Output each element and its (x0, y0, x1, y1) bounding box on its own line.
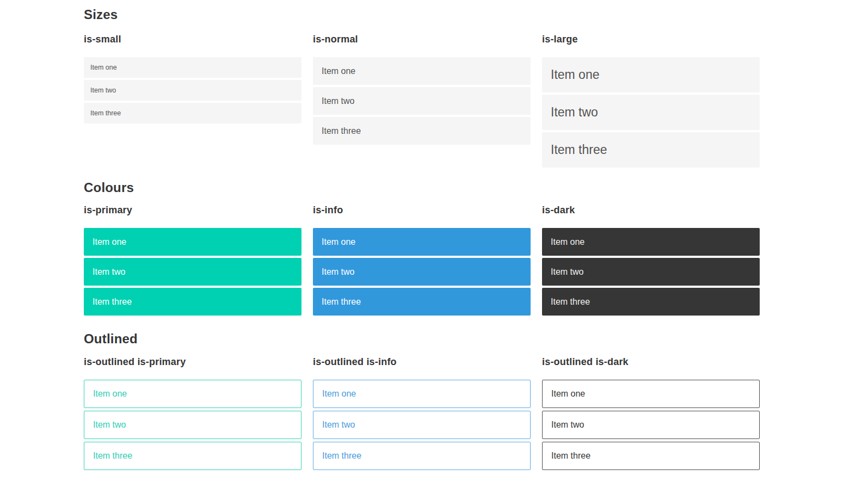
list-item[interactable]: Item three (542, 132, 760, 168)
list-item[interactable]: Item three (542, 442, 760, 470)
list-item[interactable]: Item two (542, 95, 760, 130)
list-item[interactable]: Item two (313, 258, 531, 286)
list-item[interactable]: Item three (313, 442, 531, 470)
list-item[interactable]: Item three (84, 288, 301, 316)
group-label: is-info (313, 204, 531, 216)
section-colours: Colours is-primary Item one Item two Ite… (84, 180, 868, 318)
section-title: Sizes (84, 7, 868, 22)
list-item[interactable]: Item two (84, 80, 301, 101)
list-item[interactable]: Item two (84, 258, 301, 286)
group-label: is-large (542, 33, 760, 45)
list-item[interactable]: Item three (84, 442, 301, 470)
group-is-large: is-large Item one Item two Item three (542, 33, 760, 170)
group-label: is-normal (313, 33, 531, 45)
group-label: is-dark (542, 204, 760, 216)
list-item[interactable]: Item one (542, 57, 760, 92)
group-is-outlined-is-primary: is-outlined is-primary Item one Item two… (84, 356, 301, 473)
list-item[interactable]: Item two (542, 258, 760, 286)
group-label: is-outlined is-info (313, 356, 531, 368)
page-content: Sizes is-small Item one Item two Item th… (0, 0, 868, 473)
section-title: Outlined (84, 331, 868, 347)
group-is-outlined-is-info: is-outlined is-info Item one Item two It… (313, 356, 531, 473)
list-item[interactable]: Item three (84, 103, 301, 123)
list-item[interactable]: Item three (313, 288, 531, 316)
group-is-small: is-small Item one Item two Item three (84, 33, 301, 170)
list-item[interactable]: Item one (313, 380, 531, 408)
group-label: is-outlined is-primary (84, 356, 301, 368)
group-label: is-primary (84, 204, 301, 216)
list-item[interactable]: Item three (313, 117, 531, 145)
list-item[interactable]: Item one (84, 380, 301, 408)
group-label: is-small (84, 33, 301, 45)
outlined-row: is-outlined is-primary Item one Item two… (84, 356, 868, 473)
list-item[interactable]: Item two (313, 87, 531, 115)
list-item[interactable]: Item one (542, 228, 760, 256)
list-item[interactable]: Item one (84, 57, 301, 78)
list-item[interactable]: Item two (84, 411, 301, 439)
section-outlined: Outlined is-outlined is-primary Item one… (84, 331, 868, 473)
list-item[interactable]: Item three (542, 288, 760, 316)
group-is-normal: is-normal Item one Item two Item three (313, 33, 531, 170)
sizes-row: is-small Item one Item two Item three is… (84, 33, 868, 170)
group-is-primary: is-primary Item one Item two Item three (84, 204, 301, 318)
list-item[interactable]: Item one (542, 380, 760, 408)
section-title: Colours (84, 180, 868, 195)
list-item[interactable]: Item one (84, 228, 301, 256)
group-is-info: is-info Item one Item two Item three (313, 204, 531, 318)
list-item[interactable]: Item one (313, 57, 531, 85)
list-item[interactable]: Item two (542, 411, 760, 439)
list-item[interactable]: Item two (313, 411, 531, 439)
group-is-outlined-is-dark: is-outlined is-dark Item one Item two It… (542, 356, 760, 473)
section-sizes: Sizes is-small Item one Item two Item th… (84, 7, 868, 170)
list-item[interactable]: Item one (313, 228, 531, 256)
group-is-dark: is-dark Item one Item two Item three (542, 204, 760, 318)
colours-row: is-primary Item one Item two Item three … (84, 204, 868, 318)
group-label: is-outlined is-dark (542, 356, 760, 368)
